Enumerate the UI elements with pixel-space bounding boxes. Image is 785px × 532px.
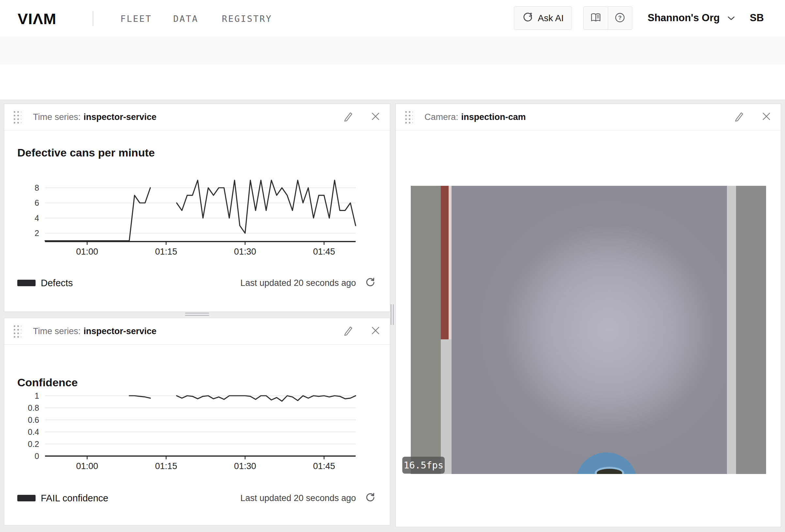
svg-text:01:45: 01:45 [313,461,335,471]
widget-timeseries-confidence: Time series: inspector-service Confidenc… [4,318,390,526]
legend-label: Defects [41,278,73,289]
workspace-toolbar: Workspaces › inspection Home [0,65,785,100]
help-button[interactable]: ? [608,7,632,29]
widget-type-label: Time series: [33,326,81,337]
widget-type-label: Camera: [425,112,458,122]
widget-name: inspector-service [83,326,157,337]
svg-text:01:45: 01:45 [313,247,335,257]
svg-text:0.6: 0.6 [28,415,39,424]
svg-text:0.8: 0.8 [28,403,39,413]
question-circle-icon: ? [614,12,626,25]
legend-label: FAIL confidence [41,493,108,504]
svg-text:01:15: 01:15 [155,247,177,257]
svg-text:01:30: 01:30 [234,461,256,471]
ask-ai-button[interactable]: Ask AI [514,6,572,30]
app-window: VIΛM FLEET DATA REGISTRY Ask AI [0,0,785,532]
user-avatar[interactable]: SB [750,12,764,24]
nav-fleet[interactable]: FLEET [120,14,152,24]
widget-name: inspector-service [83,112,157,122]
camera-red-strip [441,186,449,339]
svg-text:1: 1 [34,391,39,400]
legend-item: FAIL confidence [17,493,108,504]
pencil-icon [343,325,354,337]
pencil-icon [733,111,744,123]
refresh-button[interactable] [364,276,377,290]
close-widget-button[interactable] [369,110,382,124]
widget-header: Time series: inspector-service [4,104,390,130]
edit-widget-button[interactable] [341,325,355,338]
camera-stream [411,186,766,474]
svg-text:01:00: 01:00 [76,461,98,471]
refresh-sparkle-icon [522,11,534,25]
chart-footer: FAIL confidence Last updated 20 seconds … [17,490,377,506]
defects-chart: 246801:0001:1501:3001:45 [17,169,378,271]
viam-logo[interactable]: VIΛM [18,10,56,28]
legend-item: Defects [17,278,73,289]
x-icon [371,111,380,123]
chart-title: Defective cans per minute [17,147,155,159]
last-updated-text: Last updated 20 seconds ago [240,278,356,288]
refresh-icon [365,277,376,289]
drag-handle-icon[interactable] [404,109,413,125]
widget-type-label: Time series: [33,112,81,122]
widget-name: inspection-cam [461,112,526,122]
drag-handle-icon[interactable] [12,109,21,125]
widget-camera: Camera: inspection-cam [396,104,781,527]
svg-text:6: 6 [34,198,39,207]
svg-text:01:00: 01:00 [76,247,98,257]
close-widget-button[interactable] [760,110,773,124]
svg-text:01:15: 01:15 [155,461,177,471]
svg-text:0.4: 0.4 [28,427,39,436]
camera-scene-background [452,186,727,474]
drag-handle-icon[interactable] [12,324,21,339]
svg-text:8: 8 [34,183,39,192]
legend-swatch [17,280,35,286]
svg-text:0: 0 [34,451,39,461]
legend-swatch [17,495,35,501]
svg-text:4: 4 [34,214,39,223]
pencil-icon [343,111,354,123]
documentation-button[interactable] [584,7,608,29]
camera-right-band [736,186,766,474]
org-name-label: Shannon's Org [648,12,720,24]
svg-text:01:30: 01:30 [234,247,256,257]
svg-text:0.2: 0.2 [28,440,39,449]
svg-text:2: 2 [34,229,39,238]
widget-timeseries-defects: Time series: inspector-service Defective… [4,104,390,312]
camera-right-light-strip [727,186,736,474]
refresh-button[interactable] [364,491,377,505]
help-button-group: ? [583,6,632,30]
fleet-tabs-bar: ALL MACHINES LOCATIONS TELEOP DASHBOARD … [0,36,785,65]
column-resize-handle[interactable] [390,304,394,325]
confidence-chart: 00.20.40.60.8101:0001:1501:3001:45 [17,383,378,485]
logo-divider [93,11,93,26]
row-resize-handle[interactable] [185,313,209,317]
camera-light-strip [441,339,452,474]
edit-widget-button[interactable] [341,110,355,124]
x-icon [761,111,771,123]
refresh-icon [365,492,376,504]
edit-widget-button[interactable] [732,110,745,124]
chevron-down-icon [727,12,735,24]
ask-ai-label: Ask AI [538,13,563,24]
open-book-icon [590,12,602,25]
close-widget-button[interactable] [369,325,382,338]
nav-data[interactable]: DATA [173,14,198,24]
nav-registry[interactable]: REGISTRY [222,14,272,24]
widget-header: Camera: inspection-cam [396,104,781,130]
svg-text:?: ? [618,15,622,21]
top-header: VIΛM FLEET DATA REGISTRY Ask AI [0,0,785,37]
chart-footer: Defects Last updated 20 seconds ago [17,275,377,291]
last-updated-text: Last updated 20 seconds ago [240,493,356,503]
fps-badge: 16.5fps [402,457,445,474]
org-selector[interactable]: Shannon's Org [648,12,735,24]
widget-header: Time series: inspector-service [4,318,390,345]
camera-pink-strip [449,186,452,339]
x-icon [371,326,380,337]
